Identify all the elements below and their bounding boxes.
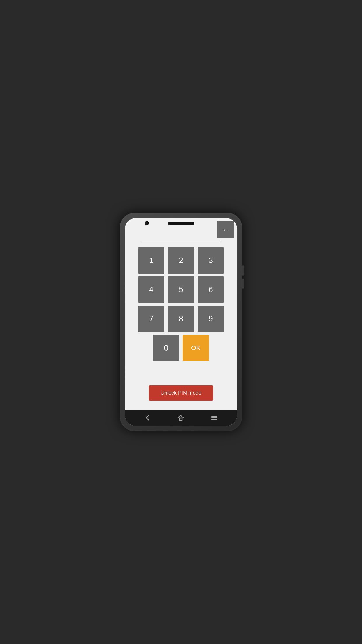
speaker-icon — [168, 222, 194, 225]
screen-content: ← 1 2 3 4 5 6 — [125, 218, 237, 410]
keypad-row-2: 4 5 6 — [138, 276, 224, 303]
unlock-btn-container: Unlock PIN mode — [125, 379, 237, 410]
key-3[interactable]: 3 — [198, 247, 224, 274]
nav-bar — [125, 410, 237, 426]
svg-rect-1 — [211, 416, 217, 416]
keypad-row-1: 1 2 3 — [138, 247, 224, 274]
keypad-row-3: 7 8 9 — [138, 306, 224, 332]
back-button-container: ← — [217, 221, 234, 238]
phone-screen: ← 1 2 3 4 5 6 — [125, 218, 237, 426]
volume-up-button[interactable] — [242, 265, 244, 276]
svg-rect-3 — [211, 419, 217, 420]
unlock-pin-button[interactable]: Unlock PIN mode — [149, 385, 213, 401]
svg-rect-2 — [211, 417, 217, 418]
volume-down-button[interactable] — [242, 279, 244, 289]
key-6[interactable]: 6 — [198, 276, 224, 303]
key-2[interactable]: 2 — [168, 247, 194, 274]
pin-display — [142, 233, 220, 242]
key-8[interactable]: 8 — [168, 306, 194, 332]
key-9[interactable]: 9 — [198, 306, 224, 332]
phone-device: ← 1 2 3 4 5 6 — [120, 213, 242, 431]
key-1[interactable]: 1 — [138, 247, 164, 274]
svg-rect-0 — [179, 418, 182, 420]
back-button[interactable]: ← — [217, 221, 234, 238]
key-7[interactable]: 7 — [138, 306, 164, 332]
nav-menu-icon — [211, 414, 218, 421]
keypad: 1 2 3 4 5 6 7 8 9 0 — [125, 247, 237, 379]
ok-button[interactable]: OK — [183, 335, 209, 361]
keypad-row-4: 0 OK — [153, 335, 209, 361]
nav-menu-button[interactable] — [211, 414, 218, 421]
nav-home-icon — [177, 414, 184, 421]
nav-back-button[interactable] — [144, 414, 151, 421]
camera-icon — [145, 221, 149, 225]
nav-back-icon — [144, 414, 151, 421]
key-0[interactable]: 0 — [153, 335, 179, 361]
nav-home-button[interactable] — [177, 414, 184, 421]
key-4[interactable]: 4 — [138, 276, 164, 303]
key-5[interactable]: 5 — [168, 276, 194, 303]
back-arrow-icon: ← — [222, 225, 229, 234]
